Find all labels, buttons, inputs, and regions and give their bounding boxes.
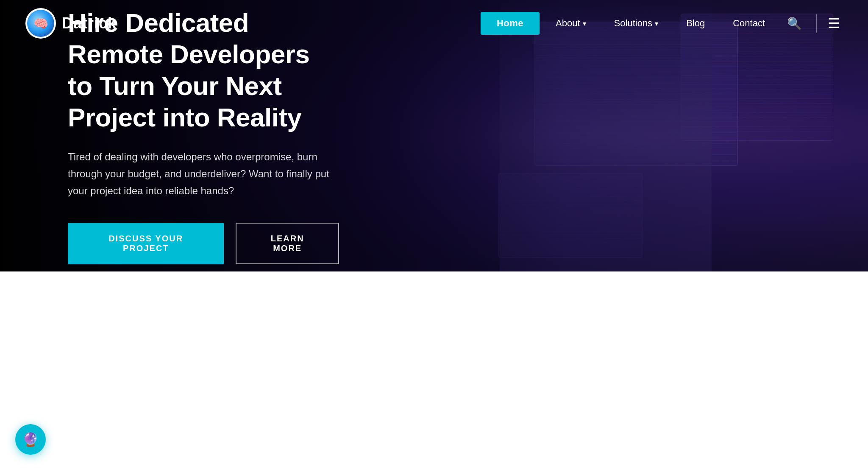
search-icon[interactable]: 🔍 [781,13,808,34]
hero-subtitle: Tired of dealing with developers who ove… [68,148,339,199]
below-hero-section [0,271,868,470]
nav-contact-link[interactable]: Contact [721,12,777,35]
discuss-project-button[interactable]: DISCUSS YOUR PROJECT [68,223,224,264]
navbar: 🧠 Datrick Home About ▾ Solutions ▾ Blog … [0,0,868,47]
nav-solutions-link[interactable]: Solutions ▾ [602,12,670,35]
floating-action-button[interactable]: 🔮 [15,424,46,455]
learn-more-button[interactable]: LEARN MORE [236,223,339,264]
logo-inner: 🧠 [27,10,54,37]
about-chevron-icon: ▾ [583,20,586,28]
nav-home-button[interactable]: Home [481,12,540,35]
nav-about-link[interactable]: About ▾ [544,12,598,35]
nav-links: Home About ▾ Solutions ▾ Blog Contact 🔍 … [481,12,843,35]
hamburger-menu-icon[interactable]: ☰ [825,12,843,35]
solutions-chevron-icon: ▾ [655,20,658,28]
brand-name: Datrick [62,14,117,32]
nav-blog-link[interactable]: Blog [674,12,717,35]
floating-action-icon: 🔮 [22,431,39,448]
hero-buttons: DISCUSS YOUR PROJECT LEARN MORE [68,223,339,264]
logo-circle: 🧠 [25,8,56,39]
logo-area[interactable]: 🧠 Datrick [25,8,117,39]
nav-divider [816,14,817,33]
logo-icon: 🧠 [33,17,48,31]
